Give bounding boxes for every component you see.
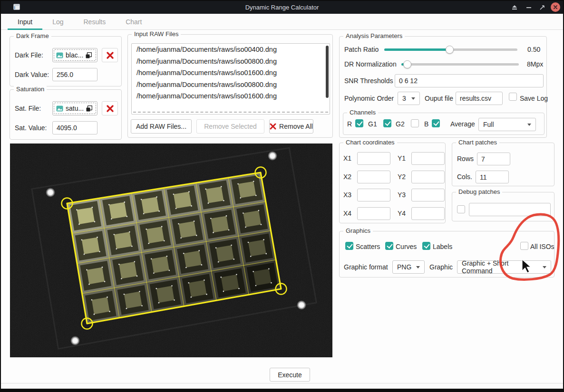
y4-label: Y4 <box>398 210 406 217</box>
saturation-group: Saturation Sat. File: satu... Sat. Value… <box>10 89 122 140</box>
dark-file-button[interactable]: blac... <box>52 48 97 62</box>
scatters-label: Scatters <box>356 243 380 250</box>
sat-file-button[interactable]: satu... <box>52 101 97 115</box>
all-isos-label: All ISOs <box>530 243 554 250</box>
debug-patches-checkbox[interactable] <box>457 205 465 213</box>
y1-input[interactable] <box>411 152 445 165</box>
delete-icon <box>106 105 114 113</box>
list-item[interactable]: /home/juanma/Documents/raws/iso01600.dng <box>132 67 330 79</box>
maximize-button[interactable] <box>537 3 546 12</box>
graphic-label: Graphic <box>429 263 453 271</box>
snr-thresholds-label: SNR Thresholds <box>344 77 393 85</box>
polynomic-order-select[interactable]: 3 <box>398 92 420 105</box>
group-title: Chart coordinates <box>343 139 397 146</box>
rows-input[interactable] <box>477 153 510 165</box>
average-select[interactable]: Full <box>478 118 536 131</box>
tab-results[interactable]: Results <box>74 14 116 29</box>
labels-checkbox[interactable] <box>422 242 430 250</box>
minimize-button[interactable] <box>524 3 533 12</box>
snr-thresholds-input[interactable] <box>395 74 544 87</box>
dr-normalization-label: DR Normalization <box>344 60 397 68</box>
x1-input[interactable] <box>357 152 390 165</box>
execute-button[interactable]: Execute <box>270 368 310 382</box>
group-title: Channels <box>347 109 378 116</box>
delete-icon <box>270 123 276 130</box>
tab-log[interactable]: Log <box>42 14 73 29</box>
group-title: Chart patches <box>456 139 499 146</box>
button-label: Remove Selected <box>204 123 257 130</box>
dark-file-clear-button[interactable] <box>102 48 118 62</box>
x2-label: X2 <box>343 173 351 181</box>
raw-files-list[interactable]: /home/juanma/Documents/raws/iso00400.dng… <box>131 43 330 115</box>
x2-input[interactable] <box>357 171 390 183</box>
remove-selected-button[interactable]: Remove Selected <box>196 119 264 134</box>
sat-file-label: Sat. File: <box>15 105 41 112</box>
graphic-format-label: Graphic format <box>344 263 388 271</box>
graphic-format-select[interactable]: PNG <box>392 260 425 274</box>
close-button[interactable] <box>551 2 560 12</box>
channels-group: Channels R G1 G2 B Average Full <box>343 113 545 135</box>
graphic-select[interactable]: Graphic + Short Command <box>457 260 551 274</box>
tab-chart[interactable]: Chart <box>116 14 152 29</box>
chart-patches-group: Chart patches Rows Cols. <box>452 143 554 186</box>
output-file-input[interactable] <box>456 92 503 105</box>
chevron-down-icon <box>543 266 546 268</box>
x3-label: X3 <box>343 191 351 199</box>
list-item[interactable]: /home/juanma/Documents/raws/iso00800.dng <box>132 56 330 67</box>
group-title: Analysis Parameters <box>343 32 405 39</box>
channel-g2-checkbox[interactable] <box>411 119 419 127</box>
add-raw-files-button[interactable]: Add RAW Files... <box>131 119 192 134</box>
slider-knob[interactable] <box>446 46 454 54</box>
dark-frame-group: Dark Frame Dark File: blac... Dark Value… <box>10 36 122 86</box>
tab-bar: Input Log Results Chart <box>1 14 563 30</box>
dr-normalization-slider[interactable] <box>401 60 519 68</box>
channel-r-checkbox[interactable] <box>355 119 363 127</box>
group-title: Debug patches <box>456 188 502 195</box>
save-log-label: Save Log <box>520 95 548 102</box>
scatters-checkbox[interactable] <box>345 242 353 250</box>
cols-input[interactable] <box>476 171 509 183</box>
tab-label: Input <box>18 18 32 26</box>
x4-input[interactable] <box>357 207 390 220</box>
all-isos-checkbox[interactable] <box>520 242 528 250</box>
polynomic-order-label: Polynomic Order <box>344 95 394 102</box>
slider-knob[interactable] <box>403 60 411 68</box>
keep-above-button[interactable] <box>510 3 519 12</box>
slider-track[interactable] <box>401 63 519 66</box>
chart-preview-canvas[interactable] <box>10 143 332 357</box>
debug-patches-input[interactable] <box>469 203 551 216</box>
dark-file-label: Dark File: <box>15 51 43 59</box>
x3-input[interactable] <box>357 189 390 201</box>
dark-value-input[interactable] <box>52 68 97 81</box>
image-icon <box>56 105 63 112</box>
drop-indicator <box>133 112 328 113</box>
y4-input[interactable] <box>411 207 445 220</box>
browse-file-icon <box>86 52 92 58</box>
status-strip <box>1 383 563 389</box>
patch-ratio-slider[interactable] <box>384 46 517 54</box>
y3-input[interactable] <box>411 189 445 201</box>
sat-value-input[interactable] <box>52 121 97 134</box>
curves-checkbox[interactable] <box>385 242 393 250</box>
titlebar: Dynamic Range Calculator <box>1 1 563 14</box>
list-item[interactable]: /home/juanma/Documents/raws/iso00800.dng <box>132 79 330 91</box>
channel-b-checkbox[interactable] <box>432 119 440 127</box>
select-value: PNG <box>397 263 411 271</box>
save-log-checkbox[interactable] <box>509 93 517 101</box>
list-scrollbar[interactable] <box>326 46 329 98</box>
close-icon <box>553 5 558 10</box>
y2-input[interactable] <box>411 171 445 183</box>
sat-file-clear-button[interactable] <box>102 101 118 115</box>
y3-label: Y3 <box>398 191 406 199</box>
list-item[interactable]: /home/juanma/Documents/raws/iso01600.dng <box>132 90 330 102</box>
select-value: Graphic + Short Command <box>462 259 539 275</box>
button-label: Execute <box>278 371 302 379</box>
tab-input[interactable]: Input <box>8 14 42 29</box>
y2-label: Y2 <box>398 173 406 181</box>
y1-label: Y1 <box>398 154 406 162</box>
remove-all-button[interactable]: Remove All <box>269 119 313 134</box>
browse-file-icon <box>86 105 92 112</box>
group-title: Saturation <box>14 86 47 93</box>
list-item[interactable]: /home/juanma/Documents/raws/iso00400.dng <box>132 44 330 56</box>
channel-g1-checkbox[interactable] <box>383 119 391 127</box>
